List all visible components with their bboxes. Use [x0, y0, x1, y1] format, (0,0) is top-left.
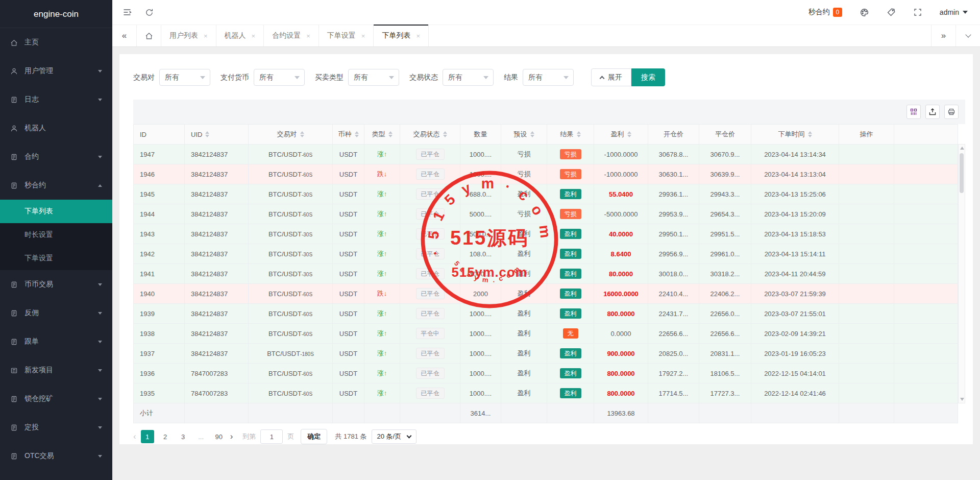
- sidebar-item-label: 秒合约: [24, 181, 95, 190]
- select-caret-icon: [200, 76, 205, 79]
- column-label: 下单时间: [778, 130, 805, 139]
- column-label: UID: [191, 131, 202, 138]
- page-tab[interactable]: 合约设置 ×: [264, 25, 319, 46]
- cell-profit: 55.0400: [594, 184, 648, 204]
- column-header[interactable]: 预设: [501, 125, 547, 145]
- sidebar-item[interactable]: 时长设置: [0, 223, 112, 247]
- column-header[interactable]: 类型: [364, 125, 400, 145]
- sidebar-item[interactable]: 合约: [0, 142, 112, 171]
- sidebar-item-label: 时长设置: [24, 230, 102, 239]
- sort-icon[interactable]: [205, 131, 209, 137]
- column-header[interactable]: ID: [134, 125, 185, 145]
- column-header[interactable]: UID: [185, 125, 249, 145]
- cell-actions: [839, 164, 894, 184]
- sidebar-item[interactable]: OTC交易: [0, 442, 112, 470]
- jump-page-input[interactable]: [260, 429, 283, 444]
- prev-page-button[interactable]: ‹: [133, 431, 136, 442]
- page-number-button[interactable]: ...: [194, 430, 208, 443]
- cell-id: 1947: [134, 145, 185, 164]
- tabs-menu-button[interactable]: [955, 25, 980, 46]
- columns-display-button[interactable]: [906, 105, 921, 119]
- filter-select[interactable]: 所有: [443, 69, 494, 86]
- tabs-scroll-right-button[interactable]: »: [931, 25, 955, 46]
- print-button[interactable]: [944, 105, 959, 119]
- page-tab[interactable]: 下单列表 ×: [374, 25, 429, 46]
- sidebar-item[interactable]: 日志: [0, 85, 112, 114]
- tag-icon[interactable]: [887, 8, 896, 17]
- close-tab-icon[interactable]: ×: [306, 32, 310, 40]
- expand-button[interactable]: 展开: [591, 68, 631, 86]
- sort-icon[interactable]: [577, 131, 581, 137]
- confirm-jump-button[interactable]: 确定: [301, 429, 327, 444]
- sort-icon[interactable]: [300, 131, 304, 137]
- fullscreen-icon[interactable]: [913, 8, 922, 17]
- next-page-button[interactable]: ›: [230, 431, 233, 442]
- tabs-scroll-left-button[interactable]: «: [112, 25, 137, 46]
- close-tab-icon[interactable]: ×: [252, 32, 256, 40]
- sidebar-item[interactable]: 用户管理: [0, 57, 112, 85]
- module-switcher[interactable]: 秒合约 0: [808, 8, 842, 17]
- column-header[interactable]: 币种: [333, 125, 364, 145]
- close-tab-icon[interactable]: ×: [361, 32, 365, 40]
- home-tab[interactable]: [137, 25, 161, 46]
- filter-select[interactable]: 所有: [348, 69, 399, 86]
- cell-pair: BTC/USDT-60S: [249, 364, 333, 383]
- column-header[interactable]: [894, 125, 958, 145]
- table-scrollbar[interactable]: [958, 144, 965, 403]
- column-header[interactable]: 操作: [839, 125, 894, 145]
- refresh-icon[interactable]: [145, 8, 154, 17]
- sort-icon[interactable]: [530, 131, 534, 137]
- sidebar-item[interactable]: 秒合约: [0, 171, 112, 200]
- sort-icon[interactable]: [627, 131, 631, 137]
- sidebar-item[interactable]: 新闻管理: [0, 470, 112, 480]
- column-header[interactable]: 交易对: [249, 125, 333, 145]
- sidebar-item[interactable]: 跟单: [0, 327, 112, 356]
- column-header[interactable]: 平仓价: [699, 125, 751, 145]
- table-row: 1936 7847007283 BTC/USDT-60S USDT 涨↑ 已平仓…: [134, 364, 958, 383]
- page-tab[interactable]: 用户列表 ×: [161, 25, 216, 46]
- close-tab-icon[interactable]: ×: [204, 32, 208, 40]
- filter-select[interactable]: 所有: [523, 69, 574, 86]
- page-number-button[interactable]: 90: [212, 430, 226, 443]
- sidebar-item[interactable]: 币币交易: [0, 270, 112, 299]
- page-tab[interactable]: 下单设置 ×: [319, 25, 374, 46]
- cell-uid: 3842124837: [185, 284, 249, 304]
- scroll-down-icon[interactable]: [960, 398, 964, 401]
- sidebar-item[interactable]: 主页: [0, 28, 112, 57]
- sort-icon[interactable]: [355, 131, 359, 137]
- page-tab[interactable]: 机器人 ×: [216, 25, 264, 46]
- scrollbar-thumb[interactable]: [960, 153, 964, 193]
- column-header[interactable]: 盈利: [594, 125, 648, 145]
- column-header[interactable]: 结果: [547, 125, 594, 145]
- sidebar-item[interactable]: 机器人: [0, 114, 112, 142]
- theme-palette-icon[interactable]: [860, 8, 869, 17]
- sidebar-item[interactable]: 反佣: [0, 299, 112, 327]
- export-button[interactable]: [925, 105, 940, 119]
- page-size-select[interactable]: 20 条/页: [372, 429, 417, 444]
- sidebar-item[interactable]: 锁仓挖矿: [0, 385, 112, 413]
- column-header[interactable]: 交易状态: [400, 125, 460, 145]
- sidebar-item[interactable]: 新发项目: [0, 356, 112, 385]
- filter-select[interactable]: 所有: [159, 69, 210, 86]
- column-header[interactable]: 下单时间: [751, 125, 839, 145]
- page-number-button[interactable]: 3: [177, 430, 190, 443]
- column-header[interactable]: 数量: [460, 125, 501, 145]
- cell-status: 已平仓: [400, 244, 460, 264]
- filter-select[interactable]: 所有: [254, 69, 305, 86]
- page-number-button[interactable]: 1: [141, 430, 154, 443]
- sidebar-item[interactable]: 下单列表: [0, 200, 112, 223]
- scroll-up-icon[interactable]: [960, 147, 964, 150]
- user-menu[interactable]: admin: [940, 8, 968, 16]
- cell-preset: 盈利: [501, 184, 547, 204]
- page-number-button[interactable]: 2: [159, 430, 172, 443]
- cell-type: 涨↑: [364, 383, 400, 403]
- sidebar-item[interactable]: 定投: [0, 413, 112, 442]
- sort-icon[interactable]: [808, 131, 812, 137]
- close-tab-icon[interactable]: ×: [416, 32, 420, 40]
- column-header[interactable]: 开仓价: [648, 125, 699, 145]
- search-button[interactable]: 搜索: [631, 68, 665, 86]
- sort-icon[interactable]: [443, 131, 447, 137]
- sort-icon[interactable]: [388, 131, 393, 137]
- sidebar-item[interactable]: 下单设置: [0, 247, 112, 270]
- collapse-sidebar-icon[interactable]: [122, 8, 132, 17]
